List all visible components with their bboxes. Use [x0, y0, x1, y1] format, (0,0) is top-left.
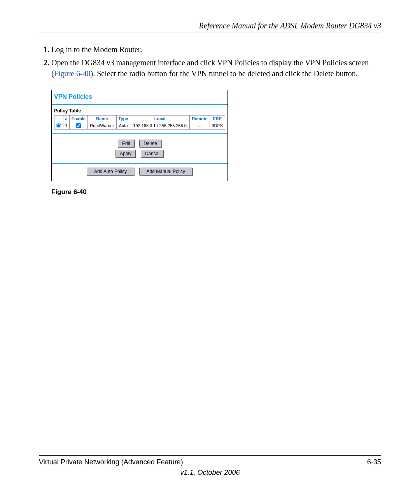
cell-num: 1	[63, 122, 69, 130]
figure-reference-link[interactable]: Figure 6-40	[54, 69, 91, 78]
divider	[52, 133, 228, 134]
footer-page-number: 6-35	[367, 458, 381, 466]
cancel-button[interactable]: Cancel	[141, 150, 164, 158]
delete-button[interactable]: Delete	[139, 140, 161, 147]
row-select-radio[interactable]	[56, 123, 61, 128]
policy-table-label: Policy Table	[52, 105, 228, 115]
cell-type: Auto	[116, 122, 130, 130]
page-header-title: Reference Manual for the ADSL Modem Rout…	[39, 21, 381, 30]
step-2: Open the DG834 v3 management interface a…	[51, 57, 381, 79]
divider	[52, 163, 228, 164]
col-select	[54, 116, 63, 122]
col-name: Name	[88, 116, 116, 122]
edit-button[interactable]: Edit	[118, 140, 135, 147]
col-enable: Enable	[69, 116, 88, 122]
table-row: 1 RoadWarrior Auto 192.168.3.1 / 255.255…	[54, 122, 225, 130]
figure-caption: Figure 6-40	[51, 188, 381, 196]
step-1: Log in to the Modem Router.	[51, 44, 381, 55]
col-num: #	[63, 116, 69, 122]
footer-rule	[39, 455, 381, 456]
add-auto-policy-button[interactable]: Add Auto Policy	[87, 168, 134, 175]
step-2-text-b: ). Select the radio button for the VPN t…	[91, 69, 358, 78]
policy-table: # Enable Name Type Local Remote ESP 1 Ro…	[54, 115, 225, 130]
apply-button[interactable]: Apply	[116, 150, 136, 158]
cell-local: 192.168.3.1 / 255.255.255.0	[130, 122, 190, 130]
cell-name: RoadWarrior	[88, 122, 116, 130]
col-remote: Remote	[190, 116, 210, 122]
col-type: Type	[116, 116, 130, 122]
vpn-policies-heading: VPN Policies	[52, 90, 228, 102]
row-enable-checkbox[interactable]	[76, 123, 81, 128]
page-footer: Virtual Private Networking (Advanced Fea…	[39, 455, 381, 477]
header-rule	[39, 33, 381, 33]
footer-version: v1.1, October 2006	[39, 469, 381, 477]
vpn-policies-screenshot: VPN Policies Policy Table # Enable Name …	[51, 90, 228, 181]
col-local: Local	[130, 116, 190, 122]
cell-remote: ---	[190, 122, 210, 130]
add-manual-policy-button[interactable]: Add Manual Policy	[139, 168, 192, 175]
col-esp: ESP	[210, 116, 225, 122]
footer-section: Virtual Private Networking (Advanced Fea…	[39, 458, 183, 466]
cell-esp: 3DES	[210, 122, 225, 130]
table-header-row: # Enable Name Type Local Remote ESP	[54, 116, 225, 122]
steps-list: Log in to the Modem Router. Open the DG8…	[39, 44, 381, 79]
